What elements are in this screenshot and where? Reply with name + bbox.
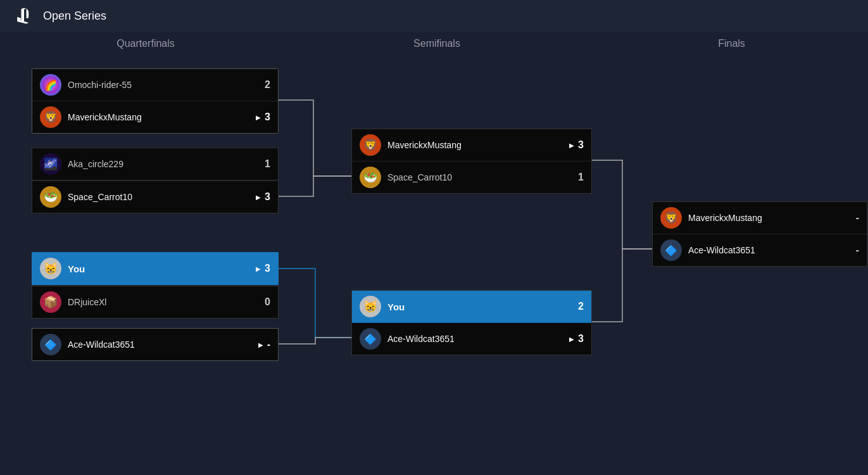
f1-player2[interactable]: 🔷 Ace-Wildcat3651 - [653, 234, 867, 266]
round-labels: Quarterfinals Semifinals Finals [13, 38, 855, 49]
sf2-player2[interactable]: 🔷 Ace-Wildcat3651 ▶ 3 [352, 323, 591, 355]
header-title: Open Series [43, 10, 106, 23]
player-score: 3 [265, 111, 270, 123]
f-label: Finals [608, 38, 855, 49]
sf2-group: 😸 You 2 🔷 Ace-Wildcat3651 ▶ 3 [351, 290, 592, 355]
wildcat-sf-avatar: 🔷 [360, 328, 381, 350]
qf1-player1[interactable]: 🌈 Omochi-rider-55 2 [32, 69, 278, 101]
player-score: 1 [578, 172, 584, 183]
player-name: Omochi-rider-55 [68, 80, 265, 90]
player-name: MaverickxMustang [387, 140, 569, 150]
player-score: - [856, 244, 859, 256]
player-arrow: ▶ [256, 265, 261, 272]
maverick-avatar: 🦁 [40, 106, 61, 128]
header: Open Series [0, 0, 868, 32]
player-name: You [387, 301, 578, 312]
sf1-player1[interactable]: 🦁 MaverickxMustang ▶ 3 [352, 129, 591, 162]
player-name: Space_Carrot10 [68, 192, 256, 202]
qf2-player2[interactable]: 🥗 Space_Carrot10 ▶ 3 [32, 181, 279, 213]
sf1-player2[interactable]: 🥗 Space_Carrot10 1 [352, 162, 591, 193]
wildcat-avatar: 🔷 [40, 334, 61, 355]
player-name: Ace-Wildcat3651 [68, 339, 258, 350]
qf3-player2[interactable]: 📦 DRjuiceXl 0 [32, 286, 279, 319]
player-name: Ace-Wildcat3651 [387, 334, 569, 344]
you-sf-avatar: 😸 [360, 296, 381, 317]
maverick-sf-avatar: 🦁 [360, 134, 381, 156]
you-avatar: 😸 [40, 258, 61, 279]
finals-group: 🦁 MaverickxMustang - 🔷 Ace-Wildcat3651 - [652, 201, 867, 267]
player-name: Space_Carrot10 [387, 172, 578, 182]
player-arrow: ▶ [569, 142, 574, 149]
maverick-f-avatar: 🦁 [660, 207, 682, 229]
player-arrow: ▶ [258, 341, 263, 348]
carrot-avatar: 🥗 [40, 186, 61, 208]
wildcat-f-avatar: 🔷 [660, 239, 682, 261]
player-score: 3 [265, 191, 270, 203]
sf2-player1[interactable]: 😸 You 2 [352, 291, 591, 323]
player-score: 2 [265, 79, 270, 91]
qf1-group: 🌈 Omochi-rider-55 2 🦁 MaverickxMustang ▶… [32, 68, 279, 134]
player-arrow: ▶ [569, 336, 574, 343]
player-name: MaverickxMustang [688, 213, 856, 223]
qf1-player2[interactable]: 🦁 MaverickxMustang ▶ 3 [32, 101, 278, 133]
qf3-player1[interactable]: 😸 You ▶ 3 [32, 252, 279, 285]
player-arrow: ▶ [256, 194, 261, 201]
player-score: 1 [265, 158, 270, 170]
qf4-player1[interactable]: 🔷 Ace-Wildcat3651 ▶ - [32, 328, 279, 361]
player-name: Aka_circle229 [68, 159, 265, 169]
player-score: 2 [578, 301, 584, 312]
sf-label: Semifinals [317, 38, 557, 49]
player-name: Ace-Wildcat3651 [688, 245, 856, 255]
player-score: - [856, 212, 859, 224]
player-name: DRjuiceXl [68, 297, 265, 307]
drjuice-avatar: 📦 [40, 291, 61, 313]
player-name: MaverickxMustang [68, 112, 256, 122]
player-score: 3 [578, 139, 584, 151]
player-score: 3 [578, 333, 584, 345]
carrot-sf-avatar: 🥗 [360, 167, 381, 188]
f1-player1[interactable]: 🦁 MaverickxMustang - [653, 202, 867, 234]
player-name: You [68, 263, 256, 274]
player-score: 3 [265, 263, 270, 274]
sf1-group: 🦁 MaverickxMustang ▶ 3 🥗 Space_Carrot10 … [351, 129, 592, 194]
player-score: 0 [265, 296, 270, 308]
player-arrow: ▶ [256, 114, 261, 121]
player-score: - [267, 339, 270, 350]
qf2-player1[interactable]: 🌌 Aka_circle229 1 [32, 148, 279, 180]
aka-avatar: 🌌 [40, 153, 61, 175]
omochi-avatar: 🌈 [40, 74, 61, 96]
qf-label: Quarterfinals [13, 38, 279, 49]
bracket-area: Quarterfinals Semifinals Finals 🌈 Omochi… [0, 32, 868, 475]
playstation-icon [13, 4, 35, 27]
